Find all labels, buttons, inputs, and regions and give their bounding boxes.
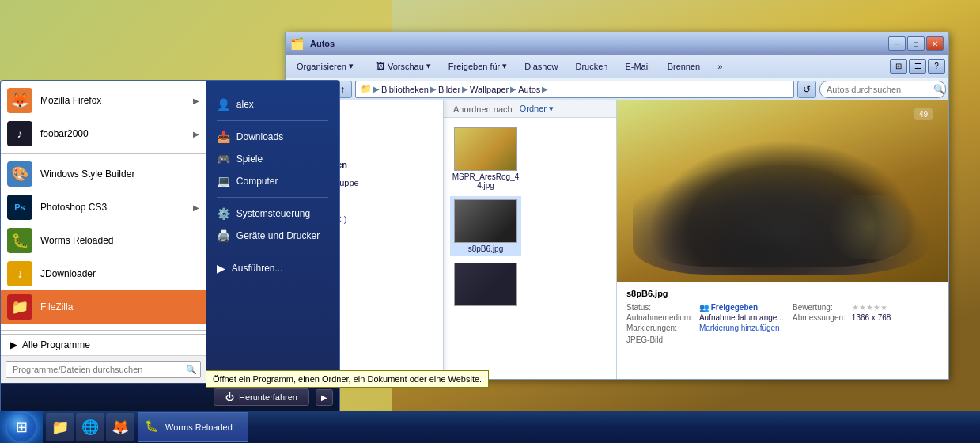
window-titlebar: 🗂️ Autos ─ □ ✕: [286, 32, 948, 55]
sort-by-button[interactable]: Ordner ▾: [520, 104, 554, 114]
spiele-label: Spiele: [236, 153, 263, 165]
geraete-icon: 🖨️: [217, 229, 230, 242]
worms-label: Worms Reloaded: [40, 235, 113, 246]
app-item-filezilla[interactable]: 📁 FileZilla: [1, 290, 206, 324]
app-item-jdownloader[interactable]: ↓ JDownloader: [1, 257, 206, 290]
ausfuehren-label: Ausführen...: [232, 263, 283, 274]
slideshow-button[interactable]: Diashow: [516, 59, 566, 74]
right-item-spiele[interactable]: 🎮 Spiele: [206, 148, 339, 170]
crumb-bilder[interactable]: Bilder: [438, 85, 460, 94]
foobar-arrow: ▶: [193, 130, 199, 138]
right-item-geraete[interactable]: 🖨️ Geräte und Drucker: [206, 225, 339, 247]
window-controls: ─ □ ✕: [888, 36, 944, 51]
all-programs-label: Alle Programme: [22, 339, 90, 350]
preview-button[interactable]: 🖼 Vorschau ▾: [369, 59, 439, 74]
right-divider-2: [217, 197, 328, 198]
address-crumbs[interactable]: 📁 ▶ Bibliotheken ▶ Bilder ▶ Wallpaper ▶ …: [355, 81, 794, 98]
tooltip: Öffnet ein Programm, einen Ordner, ein D…: [206, 370, 489, 388]
start-search-input[interactable]: [6, 361, 201, 378]
sort-label: Anordnen nach:: [453, 104, 515, 114]
start-search-icon: 🔍: [186, 365, 197, 374]
email-button[interactable]: E-Mail: [617, 59, 657, 74]
refresh-button[interactable]: ↺: [797, 81, 816, 98]
taskbar-icon-firefox[interactable]: 🦊: [106, 413, 134, 441]
right-item-systemsteuerung[interactable]: ⚙️ Systemsteuerung: [206, 203, 339, 225]
crumb-icon: 📁: [361, 84, 372, 94]
print-button[interactable]: Drucken: [567, 59, 615, 74]
preview-filename: s8pB6.jpg: [620, 286, 945, 301]
dimensions-value: 1366 x 768: [852, 313, 939, 322]
right-item-downloads[interactable]: 📥 Downloads: [206, 126, 339, 148]
view-toggle-button[interactable]: ☰: [909, 59, 926, 74]
taskbar-icon-ie[interactable]: 🌐: [76, 413, 104, 441]
app-item-photoshop[interactable]: Ps Photoshop CS3 ▶: [1, 191, 206, 224]
right-item-ausfuehren[interactable]: ▶ Ausführen...: [206, 257, 339, 279]
start-divider-1: [1, 153, 206, 154]
preview-image-area: 49: [617, 100, 948, 282]
crumb-autos[interactable]: Autos: [518, 85, 540, 94]
file-row-2: s8pB6.jpg: [450, 196, 610, 256]
organize-button[interactable]: Organisieren ▾: [289, 59, 361, 74]
start-divider-2: [1, 330, 206, 331]
computer-icon: 💻: [217, 175, 230, 187]
sort-bar: Anordnen nach: Ordner ▾: [444, 100, 616, 118]
app-item-foobar[interactable]: ♪ foobar2000 ▶: [1, 117, 206, 150]
firefox-label: Mozilla Firefox: [40, 95, 101, 106]
burn-button[interactable]: Brennen: [660, 59, 709, 74]
taskbar: ⊞ 📁 🌐 🦊 🐛 Worms Reloaded: [0, 411, 980, 443]
start-menu: 🦊 Mozilla Firefox ▶ ♪ foobar2000 ▶ 🎨 Win…: [0, 80, 340, 411]
taskbar-icon-explorer[interactable]: 📁: [46, 413, 74, 441]
file-item-3[interactable]: [450, 259, 521, 309]
help-button[interactable]: ?: [928, 59, 945, 74]
maximize-button[interactable]: □: [907, 36, 925, 51]
crumb-wallpaper[interactable]: Wallpaper: [470, 85, 509, 94]
shutdown-arrow-button[interactable]: ▶: [316, 389, 333, 406]
status-icon: 👥: [699, 303, 709, 312]
app-item-firefox[interactable]: 🦊 Mozilla Firefox ▶: [1, 84, 206, 117]
taskbar-worms-label: Worms Reloaded: [165, 422, 233, 432]
taskbar-worms-program[interactable]: 🐛 Worms Reloaded: [138, 412, 248, 442]
close-button[interactable]: ✕: [926, 36, 944, 51]
wsb-label: Windows Style Builder: [40, 168, 134, 180]
right-divider-3: [217, 252, 328, 252]
file-row-1: MSPR_AresRog_44.jpg: [450, 124, 610, 193]
app-item-wsb[interactable]: 🎨 Windows Style Builder: [1, 157, 206, 191]
tags-value[interactable]: Markierung hinzufügen: [699, 324, 786, 332]
dimensions-label: Abmessungen:: [793, 313, 846, 322]
start-button[interactable]: ⊞: [0, 411, 43, 443]
view-change-button[interactable]: ⊞: [890, 59, 907, 74]
tags-label: Markierungen:: [626, 324, 693, 332]
toolbar-separator-1: [365, 59, 365, 74]
crumb-sep-1: ▶: [373, 85, 380, 93]
systemsteuerung-label: Systemsteuerung: [236, 208, 310, 219]
window-title-icon: 🗂️: [290, 37, 304, 50]
file-item-1[interactable]: MSPR_AresRog_44.jpg: [450, 124, 521, 193]
crumb-sep-4: ▶: [510, 85, 516, 93]
sort-dropdown-icon: ▾: [549, 104, 554, 113]
right-item-alex[interactable]: 👤 alex: [206, 93, 339, 115]
crumb-bibliotheken[interactable]: Bibliotheken: [381, 85, 429, 94]
windows-logo-icon: ⊞: [16, 418, 28, 436]
thumbnail-3: [454, 263, 517, 306]
all-programs-item[interactable]: ▶ Alle Programme: [1, 334, 206, 355]
shutdown-button[interactable]: ⏻ Herunterfahren: [214, 388, 309, 406]
spiele-icon: 🎮: [217, 153, 230, 165]
all-programs-arrow: ▶: [10, 339, 17, 350]
more-button[interactable]: »: [709, 59, 730, 74]
file-type-label: JPEG-Bild: [620, 334, 945, 346]
alex-label: alex: [236, 99, 254, 110]
file-row-3: [450, 259, 610, 309]
wsb-icon: 🎨: [7, 161, 32, 187]
app-item-worms[interactable]: 🐛 Worms Reloaded: [1, 224, 206, 257]
file-item-2[interactable]: s8pB6.jpg: [450, 196, 521, 256]
taskbar-worms-icon: 🐛: [145, 419, 161, 435]
alex-icon: 👤: [217, 98, 230, 111]
rating-value[interactable]: ★★★★★: [852, 303, 939, 312]
medium-value: Aufnahmedatum ange...: [699, 313, 786, 322]
share-button[interactable]: Freigeben für ▾: [441, 59, 515, 74]
medium-label: Aufnahmemedium:: [626, 313, 693, 322]
minimize-button[interactable]: ─: [888, 36, 906, 51]
search-input[interactable]: [819, 81, 946, 98]
right-item-computer[interactable]: 💻 Computer: [206, 170, 339, 192]
shutdown-icon: ⏻: [225, 392, 234, 402]
